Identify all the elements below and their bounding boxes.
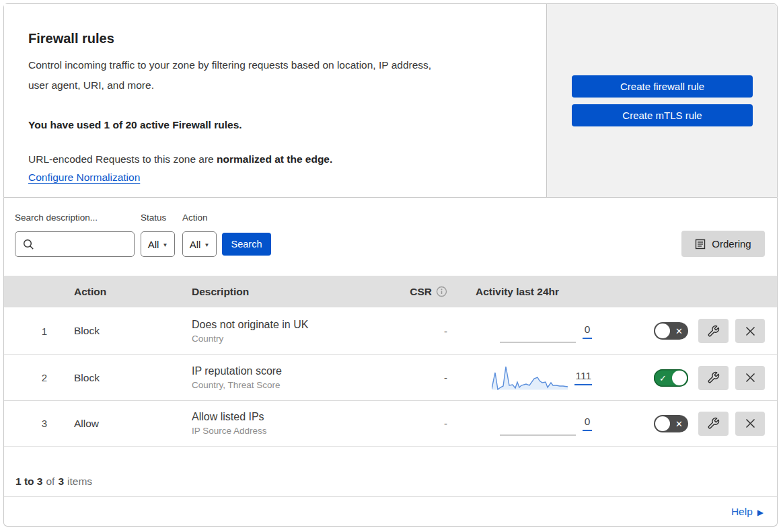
help-link[interactable]: Help ▶: [731, 506, 764, 518]
table-row: 3 Allow Allow listed IPs IP Source Addre…: [4, 400, 777, 446]
action-dropdown-value: All: [190, 239, 201, 250]
activity-flatline: [500, 319, 576, 343]
close-icon: [745, 326, 756, 337]
header-csr: CSR: [367, 286, 447, 298]
actions-panel: Create firewall rule Create mTLS rule: [547, 4, 777, 197]
close-icon: [745, 418, 756, 429]
search-input-wrapper: [15, 231, 135, 257]
delete-rule-button[interactable]: [735, 366, 765, 390]
overview-text-card: Firewall rules Control incoming traffic …: [4, 4, 547, 197]
rule-activity-cell: 111: [447, 366, 592, 390]
edit-rule-button[interactable]: [698, 412, 729, 436]
rule-csr-value: -: [367, 418, 447, 429]
rule-edit-cell: [688, 412, 729, 436]
items-total: 3: [58, 476, 64, 488]
rule-description-cell: IP reputation score Country, Threat Scor…: [165, 365, 367, 390]
rule-csr-value: -: [367, 372, 447, 383]
items-word: items: [67, 476, 92, 488]
toggle-knob: [655, 416, 670, 431]
toggle-knob: [655, 324, 670, 338]
table-header: Action Description CSR Activity last 24h…: [4, 276, 777, 307]
firewall-rules-page: Firewall rules Control incoming traffic …: [0, 0, 781, 532]
page-title: Firewall rules: [28, 31, 519, 46]
ordering-list-icon: [695, 239, 706, 250]
chevron-down-icon: ▼: [204, 241, 209, 248]
rule-enabled-toggle[interactable]: ✕: [654, 415, 688, 432]
intro-description: Control incoming traffic to your zone by…: [28, 55, 519, 96]
activity-count-link[interactable]: 0: [583, 416, 592, 431]
overview-panel: Firewall rules Control incoming traffic …: [3, 3, 778, 198]
normalization-bold: normalized at the edge.: [217, 153, 332, 165]
edit-rule-button[interactable]: [698, 366, 729, 390]
arrow-right-icon: ▶: [757, 507, 764, 517]
rule-priority: 3: [4, 418, 47, 429]
delete-rule-button[interactable]: [735, 319, 765, 343]
configure-normalization-link[interactable]: Configure Normalization: [28, 172, 140, 184]
info-icon[interactable]: [436, 286, 447, 297]
toggle-state-icon: ✓: [659, 373, 667, 382]
pagination-summary: 1 to 3 of 3 items: [4, 446, 777, 496]
wrench-icon: [707, 417, 720, 430]
rule-description: Does not originate in UK: [192, 319, 367, 331]
create-firewall-rule-button[interactable]: Create firewall rule: [572, 75, 753, 98]
rule-priority: 2: [4, 372, 47, 383]
normalization-prefix: URL-encoded Requests to this zone are: [28, 153, 217, 165]
activity-count-link[interactable]: 111: [574, 370, 592, 385]
activity-sparkline: [492, 366, 568, 390]
rule-csr-value: -: [367, 326, 447, 337]
header-description: Description: [165, 286, 367, 298]
help-footer: Help ▶: [4, 496, 777, 527]
usage-summary: You have used 1 of 20 active Firewall ru…: [28, 119, 519, 131]
search-label: Search description...: [15, 213, 98, 223]
rule-priority: 1: [4, 326, 47, 337]
rule-toggle-cell: ✕: [592, 415, 688, 432]
rule-criteria: Country: [192, 334, 367, 344]
rule-activity-cell: 0: [447, 412, 592, 436]
header-action: Action: [47, 286, 165, 298]
status-dropdown-value: All: [148, 239, 159, 250]
header-activity: Activity last 24hr: [447, 286, 592, 298]
create-mtls-rule-button[interactable]: Create mTLS rule: [572, 104, 753, 126]
rule-enabled-toggle[interactable]: ✓: [654, 369, 688, 387]
wrench-icon: [707, 371, 720, 384]
close-icon: [745, 372, 756, 383]
rule-action: Allow: [47, 418, 165, 430]
table-body: 1 Block Does not originate in UK Country…: [4, 307, 777, 446]
ordering-button[interactable]: Ordering: [681, 231, 765, 257]
table-row: 2 Block IP reputation score Country, Thr…: [4, 354, 777, 400]
delete-rule-button[interactable]: [735, 412, 765, 436]
search-input[interactable]: [40, 239, 134, 250]
help-link-label: Help: [731, 506, 753, 518]
edit-rule-button[interactable]: [698, 319, 729, 343]
rule-enabled-toggle[interactable]: ✕: [654, 322, 688, 340]
toggle-state-icon: ✕: [675, 327, 683, 336]
action-dropdown[interactable]: All ▼: [182, 231, 217, 257]
rule-edit-cell: [688, 366, 729, 390]
search-button[interactable]: Search: [222, 233, 271, 256]
rule-action: Block: [47, 325, 165, 337]
table-row: 1 Block Does not originate in UK Country…: [4, 307, 777, 354]
rule-edit-cell: [688, 319, 729, 343]
rule-criteria: IP Source Address: [192, 426, 367, 436]
chevron-down-icon: ▼: [162, 241, 168, 248]
items-range: 1 to 3: [15, 476, 42, 488]
rule-description-cell: Allow listed IPs IP Source Address: [165, 411, 367, 436]
rule-toggle-cell: ✓: [592, 369, 688, 387]
toggle-state-icon: ✕: [675, 419, 683, 428]
rules-list-card: Search description... Status Action All …: [3, 198, 778, 527]
rule-delete-cell: [729, 319, 765, 343]
status-dropdown[interactable]: All ▼: [141, 231, 175, 257]
toggle-knob: [672, 371, 687, 385]
rule-activity-cell: 0: [447, 319, 592, 343]
rule-description: Allow listed IPs: [192, 411, 367, 423]
ordering-button-label: Ordering: [712, 238, 751, 250]
activity-count-link[interactable]: 0: [583, 324, 592, 339]
status-label: Status: [141, 213, 166, 223]
rule-description-cell: Does not originate in UK Country: [165, 319, 367, 344]
rule-criteria: Country, Threat Score: [192, 380, 367, 390]
search-icon: [23, 239, 34, 250]
rule-description: IP reputation score: [192, 365, 367, 377]
activity-flatline: [500, 412, 576, 436]
rule-toggle-cell: ✕: [592, 322, 688, 340]
action-label: Action: [182, 213, 208, 223]
